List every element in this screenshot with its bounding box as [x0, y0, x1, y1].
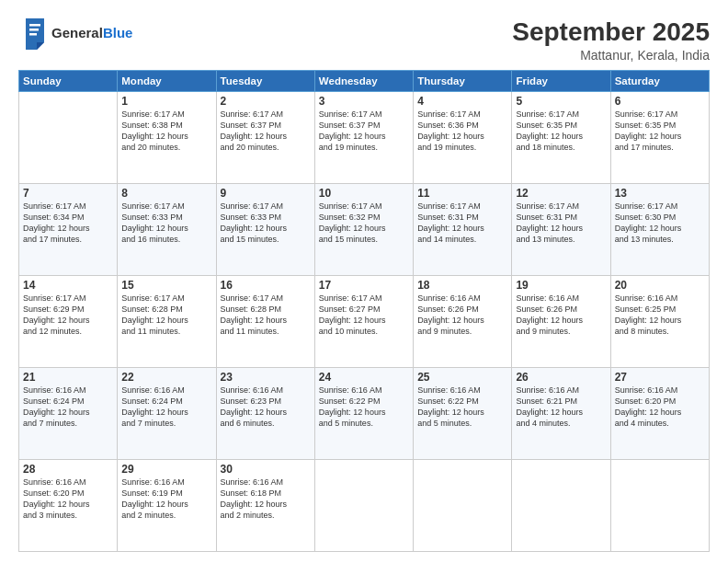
day-info: Sunrise: 6:17 AM Sunset: 6:29 PM Dayligh… — [23, 293, 113, 338]
day-number: 5 — [516, 95, 606, 108]
day-number: 13 — [615, 187, 705, 200]
day-info: Sunrise: 6:17 AM Sunset: 6:28 PM Dayligh… — [121, 293, 211, 338]
day-number: 15 — [121, 279, 211, 292]
week-row-5: 28Sunrise: 6:16 AM Sunset: 6:20 PM Dayli… — [19, 459, 710, 551]
day-info: Sunrise: 6:16 AM Sunset: 6:20 PM Dayligh… — [23, 477, 113, 522]
logo: GeneralBlue — [18, 17, 132, 50]
calendar-cell: 25Sunrise: 6:16 AM Sunset: 6:22 PM Dayli… — [414, 367, 512, 459]
day-info: Sunrise: 6:16 AM Sunset: 6:26 PM Dayligh… — [417, 293, 507, 338]
day-info: Sunrise: 6:17 AM Sunset: 6:32 PM Dayligh… — [319, 201, 409, 246]
calendar-cell: 14Sunrise: 6:17 AM Sunset: 6:29 PM Dayli… — [19, 275, 118, 367]
day-number: 14 — [23, 279, 113, 292]
day-info: Sunrise: 6:17 AM Sunset: 6:27 PM Dayligh… — [319, 293, 409, 338]
calendar-cell: 5Sunrise: 6:17 AM Sunset: 6:35 PM Daylig… — [512, 91, 610, 183]
week-row-4: 21Sunrise: 6:16 AM Sunset: 6:24 PM Dayli… — [19, 367, 710, 459]
weekday-header-thursday: Thursday — [414, 70, 512, 91]
day-number: 19 — [516, 279, 606, 292]
day-info: Sunrise: 6:16 AM Sunset: 6:20 PM Dayligh… — [615, 385, 705, 430]
weekday-header-monday: Monday — [118, 70, 216, 91]
day-number: 12 — [516, 187, 606, 200]
calendar-table: SundayMondayTuesdayWednesdayThursdayFrid… — [18, 70, 710, 552]
day-number: 23 — [221, 371, 311, 384]
day-info: Sunrise: 6:16 AM Sunset: 6:19 PM Dayligh… — [121, 477, 211, 522]
calendar-cell: 1Sunrise: 6:17 AM Sunset: 6:38 PM Daylig… — [118, 91, 216, 183]
weekday-header-saturday: Saturday — [610, 70, 709, 91]
calendar-cell: 2Sunrise: 6:17 AM Sunset: 6:37 PM Daylig… — [216, 91, 314, 183]
day-number: 18 — [417, 279, 507, 292]
calendar-cell: 18Sunrise: 6:16 AM Sunset: 6:26 PM Dayli… — [414, 275, 512, 367]
title-block: September 2025 Mattanur, Kerala, India — [512, 17, 710, 63]
calendar-cell: 26Sunrise: 6:16 AM Sunset: 6:21 PM Dayli… — [512, 367, 610, 459]
day-info: Sunrise: 6:17 AM Sunset: 6:30 PM Dayligh… — [615, 201, 705, 246]
day-number: 27 — [615, 371, 705, 384]
day-info: Sunrise: 6:16 AM Sunset: 6:22 PM Dayligh… — [417, 385, 507, 430]
month-title: September 2025 — [512, 17, 710, 48]
day-number: 10 — [319, 187, 409, 200]
svg-rect-2 — [29, 24, 40, 27]
calendar-cell: 10Sunrise: 6:17 AM Sunset: 6:32 PM Dayli… — [314, 183, 413, 275]
day-number: 24 — [319, 371, 409, 384]
day-info: Sunrise: 6:16 AM Sunset: 6:22 PM Dayligh… — [319, 385, 409, 430]
day-number: 29 — [121, 463, 211, 476]
day-number: 7 — [23, 187, 113, 200]
calendar-cell: 16Sunrise: 6:17 AM Sunset: 6:28 PM Dayli… — [216, 275, 314, 367]
day-number: 20 — [615, 279, 705, 292]
day-info: Sunrise: 6:16 AM Sunset: 6:23 PM Dayligh… — [221, 385, 311, 430]
day-number: 16 — [221, 279, 311, 292]
day-info: Sunrise: 6:17 AM Sunset: 6:33 PM Dayligh… — [221, 201, 311, 246]
day-info: Sunrise: 6:17 AM Sunset: 6:35 PM Dayligh… — [615, 109, 705, 154]
week-row-2: 7Sunrise: 6:17 AM Sunset: 6:34 PM Daylig… — [19, 183, 710, 275]
calendar-cell — [19, 91, 118, 183]
day-number: 26 — [516, 371, 606, 384]
calendar-cell — [512, 459, 610, 551]
logo-icon — [18, 17, 48, 50]
day-number: 25 — [417, 371, 507, 384]
logo-blue: Blue — [103, 25, 133, 40]
calendar-cell: 30Sunrise: 6:16 AM Sunset: 6:18 PM Dayli… — [216, 459, 314, 551]
calendar-cell: 9Sunrise: 6:17 AM Sunset: 6:33 PM Daylig… — [216, 183, 314, 275]
header: GeneralBlue September 2025 Mattanur, Ker… — [18, 17, 710, 63]
calendar-cell: 4Sunrise: 6:17 AM Sunset: 6:36 PM Daylig… — [414, 91, 512, 183]
calendar-cell: 13Sunrise: 6:17 AM Sunset: 6:30 PM Dayli… — [610, 183, 709, 275]
day-info: Sunrise: 6:17 AM Sunset: 6:35 PM Dayligh… — [516, 109, 606, 154]
day-info: Sunrise: 6:16 AM Sunset: 6:18 PM Dayligh… — [221, 477, 311, 522]
weekday-header-tuesday: Tuesday — [216, 70, 314, 91]
svg-rect-3 — [29, 29, 39, 31]
day-number: 11 — [417, 187, 507, 200]
day-number: 22 — [121, 371, 211, 384]
day-number: 28 — [23, 463, 113, 476]
calendar-cell — [314, 459, 413, 551]
day-number: 3 — [319, 95, 409, 108]
week-row-1: 1Sunrise: 6:17 AM Sunset: 6:38 PM Daylig… — [19, 91, 710, 183]
day-info: Sunrise: 6:17 AM Sunset: 6:33 PM Dayligh… — [121, 201, 211, 246]
calendar-cell: 27Sunrise: 6:16 AM Sunset: 6:20 PM Dayli… — [610, 367, 709, 459]
calendar-cell — [610, 459, 709, 551]
calendar-cell: 3Sunrise: 6:17 AM Sunset: 6:37 PM Daylig… — [314, 91, 413, 183]
day-number: 30 — [221, 463, 311, 476]
calendar-cell: 20Sunrise: 6:16 AM Sunset: 6:25 PM Dayli… — [610, 275, 709, 367]
calendar-cell: 28Sunrise: 6:16 AM Sunset: 6:20 PM Dayli… — [19, 459, 118, 551]
calendar-cell: 17Sunrise: 6:17 AM Sunset: 6:27 PM Dayli… — [314, 275, 413, 367]
weekday-header-friday: Friday — [512, 70, 610, 91]
logo-general: General — [51, 25, 103, 40]
calendar-cell: 15Sunrise: 6:17 AM Sunset: 6:28 PM Dayli… — [118, 275, 216, 367]
day-number: 4 — [417, 95, 507, 108]
calendar-cell: 29Sunrise: 6:16 AM Sunset: 6:19 PM Dayli… — [118, 459, 216, 551]
calendar-cell: 6Sunrise: 6:17 AM Sunset: 6:35 PM Daylig… — [610, 91, 709, 183]
day-number: 9 — [221, 187, 311, 200]
week-row-3: 14Sunrise: 6:17 AM Sunset: 6:29 PM Dayli… — [19, 275, 710, 367]
svg-marker-1 — [37, 42, 44, 50]
calendar-cell: 22Sunrise: 6:16 AM Sunset: 6:24 PM Dayli… — [118, 367, 216, 459]
page: GeneralBlue September 2025 Mattanur, Ker… — [0, 0, 728, 563]
calendar-cell: 7Sunrise: 6:17 AM Sunset: 6:34 PM Daylig… — [19, 183, 118, 275]
svg-rect-4 — [29, 33, 37, 36]
day-info: Sunrise: 6:17 AM Sunset: 6:37 PM Dayligh… — [221, 109, 311, 154]
day-info: Sunrise: 6:17 AM Sunset: 6:36 PM Dayligh… — [417, 109, 507, 154]
location: Mattanur, Kerala, India — [512, 48, 710, 63]
day-number: 21 — [23, 371, 113, 384]
calendar-cell: 21Sunrise: 6:16 AM Sunset: 6:24 PM Dayli… — [19, 367, 118, 459]
calendar-cell: 12Sunrise: 6:17 AM Sunset: 6:31 PM Dayli… — [512, 183, 610, 275]
calendar-cell: 19Sunrise: 6:16 AM Sunset: 6:26 PM Dayli… — [512, 275, 610, 367]
day-number: 6 — [615, 95, 705, 108]
day-info: Sunrise: 6:17 AM Sunset: 6:38 PM Dayligh… — [121, 109, 211, 154]
